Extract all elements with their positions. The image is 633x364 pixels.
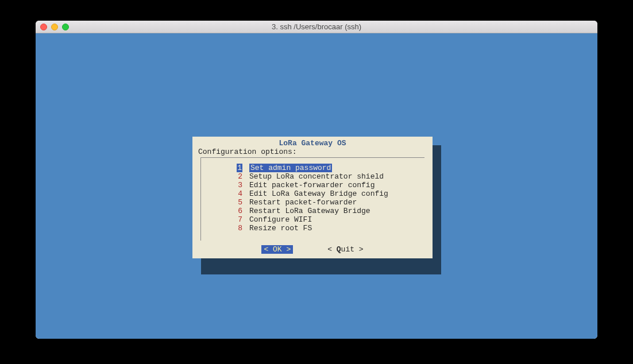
quit-rest: uit > [341,245,364,254]
dialog-subtitle: Configuration options: [192,148,433,156]
terminal-window: 3. ssh /Users/brocaar (ssh) LoRa Gateway… [36,21,597,339]
menu-item-number: 5 [237,198,242,207]
menu-item-6[interactable]: 6Restart LoRa Gateway Bridge [201,207,424,215]
menu-item-number: 1 [237,164,242,172]
menu-item-label: Edit LoRa Gateway Bridge config [249,189,388,198]
menu-item-number: 4 [237,189,242,198]
menu-item-3[interactable]: 3Edit packet-forwarder config [201,181,424,189]
quit-button[interactable]: < Quit > [327,245,363,254]
menu-item-label: Edit packet-forwarder config [249,181,375,189]
menu-item-number: 2 [237,172,242,181]
menu-item-label: Set admin password [249,164,332,172]
maximize-icon[interactable] [62,24,69,30]
menu-frame: 1Set admin password2Setup LoRa concentra… [200,157,424,241]
close-icon[interactable] [40,24,47,30]
menu-item-label: Restart LoRa Gateway Bridge [249,207,370,215]
menu-item-5[interactable]: 5Restart packet-forwarder [201,198,424,207]
menu-item-number: 6 [237,207,242,215]
window-controls [40,24,69,30]
menu-item-2[interactable]: 2Setup LoRa concentrator shield [201,172,424,181]
ok-button[interactable]: < OK > [261,245,293,254]
titlebar: 3. ssh /Users/brocaar (ssh) [36,21,597,33]
menu-item-number: 8 [237,224,242,233]
menu-item-label: Setup LoRa concentrator shield [249,172,384,181]
minimize-icon[interactable] [51,24,58,30]
terminal-area[interactable]: LoRa Gateway OS Configuration options: 1… [36,33,597,339]
menu-item-8[interactable]: 8Resize root FS [201,224,424,233]
menu-item-label: Restart packet-forwarder [249,198,357,207]
menu-item-label: Configure WIFI [249,215,312,224]
menu-item-1[interactable]: 1Set admin password [201,164,424,172]
menu-item-number: 3 [237,181,242,189]
config-dialog: LoRa Gateway OS Configuration options: 1… [192,137,433,258]
menu-item-label: Resize root FS [249,224,312,233]
dialog-buttons: < OK > < Quit > [192,245,433,254]
dialog-title: LoRa Gateway OS [192,139,433,148]
menu-item-number: 7 [237,215,242,224]
quit-hotkey: Q [337,245,341,254]
window-title: 3. ssh /Users/brocaar (ssh) [36,22,597,31]
menu-item-7[interactable]: 7Configure WIFI [201,215,424,224]
quit-prefix: < [327,245,337,254]
menu-item-4[interactable]: 4Edit LoRa Gateway Bridge config [201,189,424,198]
